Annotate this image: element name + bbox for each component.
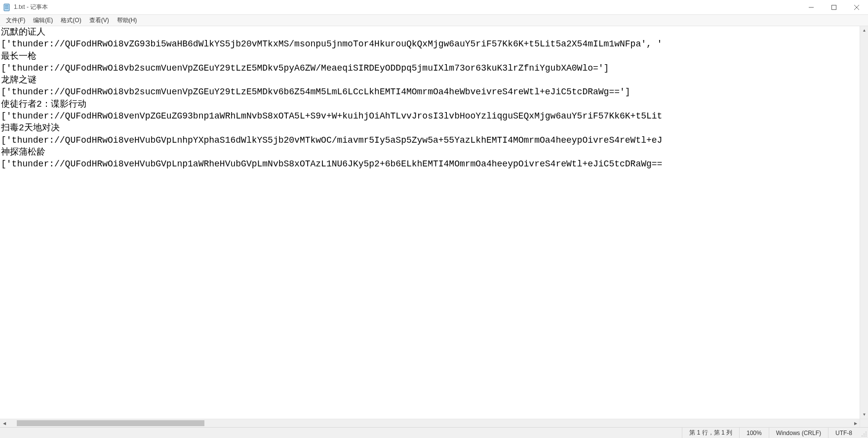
status-line-ending: Windows (CRLF) bbox=[769, 428, 828, 438]
text-editor[interactable]: 沉默的证人 ['thunder://QUFodHRwOi8vZG93bi5waH… bbox=[0, 26, 860, 419]
svg-point-10 bbox=[864, 434, 865, 435]
menu-view[interactable]: 查看(V) bbox=[85, 15, 113, 26]
resize-grip-icon[interactable] bbox=[859, 428, 868, 438]
close-button[interactable] bbox=[845, 0, 868, 14]
menu-file[interactable]: 文件(F) bbox=[2, 15, 29, 26]
svg-point-9 bbox=[866, 434, 867, 435]
svg-point-11 bbox=[866, 436, 867, 437]
notepad-icon bbox=[3, 3, 11, 11]
svg-point-13 bbox=[862, 436, 863, 437]
menu-help[interactable]: 帮助(H) bbox=[113, 15, 141, 26]
scroll-right-icon[interactable]: ▶ bbox=[851, 419, 860, 428]
menubar: 文件(F) 编辑(E) 格式(O) 查看(V) 帮助(H) bbox=[0, 15, 868, 26]
menu-format[interactable]: 格式(O) bbox=[57, 15, 85, 26]
window-controls bbox=[800, 0, 868, 14]
horizontal-scroll-thumb[interactable] bbox=[17, 420, 204, 426]
vertical-scrollbar[interactable]: ▲ ▼ bbox=[860, 26, 868, 419]
statusbar-filler bbox=[0, 428, 682, 438]
hscroll-row: ◀ ▶ bbox=[0, 419, 868, 427]
horizontal-scrollbar[interactable]: ◀ ▶ bbox=[0, 419, 860, 427]
scroll-up-icon[interactable]: ▲ bbox=[860, 26, 868, 35]
svg-rect-0 bbox=[4, 4, 9, 11]
titlebar: 1.txt - 记事本 bbox=[0, 0, 868, 15]
scroll-down-icon[interactable]: ▼ bbox=[860, 410, 868, 419]
statusbar: 第 1 行，第 1 列 100% Windows (CRLF) UTF-8 bbox=[0, 427, 868, 438]
scrollbar-corner bbox=[860, 419, 868, 427]
editor-area: 沉默的证人 ['thunder://QUFodHRwOi8vZG93bi5waH… bbox=[0, 26, 868, 419]
status-encoding: UTF-8 bbox=[828, 428, 859, 438]
status-zoom: 100% bbox=[739, 428, 769, 438]
window-title: 1.txt - 记事本 bbox=[14, 3, 48, 11]
vertical-scroll-track[interactable] bbox=[860, 35, 868, 410]
svg-rect-5 bbox=[832, 5, 836, 9]
svg-point-12 bbox=[864, 436, 865, 437]
minimize-button[interactable] bbox=[800, 0, 823, 14]
svg-point-8 bbox=[866, 432, 867, 433]
status-caret-position: 第 1 行，第 1 列 bbox=[682, 428, 739, 438]
menu-edit[interactable]: 编辑(E) bbox=[29, 15, 57, 26]
scroll-left-icon[interactable]: ◀ bbox=[0, 419, 8, 428]
horizontal-scroll-track[interactable] bbox=[8, 419, 851, 427]
maximize-button[interactable] bbox=[823, 0, 845, 14]
